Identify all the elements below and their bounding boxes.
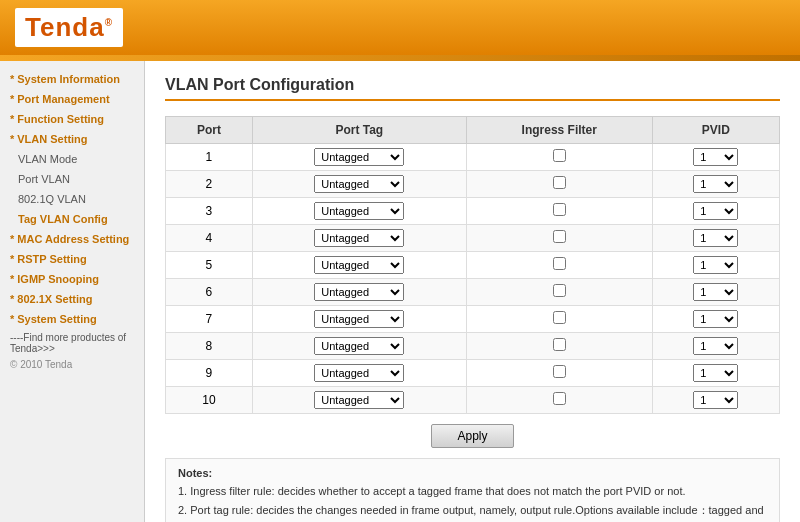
col-pvid: PVID xyxy=(652,117,779,144)
table-row: 5UntaggedTagged12345678 xyxy=(166,252,780,279)
cell-pvid: 12345678 xyxy=(652,225,779,252)
cell-pvid: 12345678 xyxy=(652,387,779,414)
sidebar-item-8021x[interactable]: *802.1X Setting xyxy=(0,289,144,309)
cell-port: 9 xyxy=(166,360,253,387)
sidebar-item-port-vlan[interactable]: Port VLAN xyxy=(0,169,144,189)
port-tag-select[interactable]: UntaggedTagged xyxy=(314,310,404,328)
cell-port-tag: UntaggedTagged xyxy=(252,279,466,306)
pvid-select[interactable]: 12345678 xyxy=(693,391,738,409)
sidebar-item-mac-addr[interactable]: *MAC Address Setting xyxy=(0,229,144,249)
notes-section: Notes: 1. Ingress filter rule: decides w… xyxy=(165,458,780,522)
ingress-filter-checkbox[interactable] xyxy=(553,284,566,297)
port-tag-select[interactable]: UntaggedTagged xyxy=(314,364,404,382)
cell-pvid: 12345678 xyxy=(652,279,779,306)
ingress-filter-checkbox[interactable] xyxy=(553,392,566,405)
pvid-select[interactable]: 12345678 xyxy=(693,310,738,328)
ingress-filter-checkbox[interactable] xyxy=(553,230,566,243)
table-row: 1UntaggedTagged12345678 xyxy=(166,144,780,171)
cell-pvid: 12345678 xyxy=(652,171,779,198)
sidebar-item-igmp[interactable]: *IGMP Snooping xyxy=(0,269,144,289)
cell-port-tag: UntaggedTagged xyxy=(252,387,466,414)
cell-port-tag: UntaggedTagged xyxy=(252,171,466,198)
cell-ingress-filter xyxy=(466,306,652,333)
port-tag-select[interactable]: UntaggedTagged xyxy=(314,256,404,274)
cell-ingress-filter xyxy=(466,279,652,306)
ingress-filter-checkbox[interactable] xyxy=(553,311,566,324)
cell-pvid: 12345678 xyxy=(652,360,779,387)
cell-port-tag: UntaggedTagged xyxy=(252,144,466,171)
cell-port-tag: UntaggedTagged xyxy=(252,252,466,279)
sidebar-item-system-setting[interactable]: *System Setting xyxy=(0,309,144,329)
cell-port: 3 xyxy=(166,198,253,225)
cell-port: 2 xyxy=(166,171,253,198)
sidebar-item-find-more[interactable]: ----Find more productes of Tenda>>> xyxy=(0,329,144,357)
cell-port: 5 xyxy=(166,252,253,279)
sidebar-item-function-setting[interactable]: *Function Setting xyxy=(0,109,144,129)
cell-ingress-filter xyxy=(466,387,652,414)
port-tag-select[interactable]: UntaggedTagged xyxy=(314,148,404,166)
sidebar-item-system-info[interactable]: *System Information xyxy=(0,69,144,89)
logo-text: Tenda® xyxy=(25,12,113,42)
table-row: 10UntaggedTagged12345678 xyxy=(166,387,780,414)
note-1: 1. Ingress filter rule: decides whether … xyxy=(178,483,767,500)
port-tag-select[interactable]: UntaggedTagged xyxy=(314,175,404,193)
header: Tenda® xyxy=(0,0,800,55)
port-tag-select[interactable]: UntaggedTagged xyxy=(314,202,404,220)
port-tag-select[interactable]: UntaggedTagged xyxy=(314,391,404,409)
sidebar-item-vlan-mode[interactable]: VLAN Mode xyxy=(0,149,144,169)
cell-ingress-filter xyxy=(466,360,652,387)
cell-port-tag: UntaggedTagged xyxy=(252,225,466,252)
ingress-filter-checkbox[interactable] xyxy=(553,365,566,378)
cell-port-tag: UntaggedTagged xyxy=(252,198,466,225)
table-row: 3UntaggedTagged12345678 xyxy=(166,198,780,225)
port-tag-select[interactable]: UntaggedTagged xyxy=(314,337,404,355)
table-row: 9UntaggedTagged12345678 xyxy=(166,360,780,387)
pvid-select[interactable]: 12345678 xyxy=(693,148,738,166)
cell-pvid: 12345678 xyxy=(652,252,779,279)
pvid-select[interactable]: 12345678 xyxy=(693,175,738,193)
layout: *System Information *Port Management *Fu… xyxy=(0,61,800,522)
col-port-tag: Port Tag xyxy=(252,117,466,144)
notes-title: Notes: xyxy=(178,467,767,479)
table-row: 6UntaggedTagged12345678 xyxy=(166,279,780,306)
table-row: 7UntaggedTagged12345678 xyxy=(166,306,780,333)
cell-pvid: 12345678 xyxy=(652,333,779,360)
ingress-filter-checkbox[interactable] xyxy=(553,176,566,189)
sidebar-item-vlan-setting[interactable]: *VLAN Setting xyxy=(0,129,144,149)
cell-port: 4 xyxy=(166,225,253,252)
logo-box: Tenda® xyxy=(15,8,123,47)
port-tag-select[interactable]: UntaggedTagged xyxy=(314,229,404,247)
cell-port: 6 xyxy=(166,279,253,306)
table-row: 4UntaggedTagged12345678 xyxy=(166,225,780,252)
ingress-filter-checkbox[interactable] xyxy=(553,149,566,162)
pvid-select[interactable]: 12345678 xyxy=(693,229,738,247)
page-title: VLAN Port Configuration xyxy=(165,76,780,101)
ingress-filter-checkbox[interactable] xyxy=(553,338,566,351)
pvid-select[interactable]: 12345678 xyxy=(693,202,738,220)
col-port: Port xyxy=(166,117,253,144)
cell-ingress-filter xyxy=(466,171,652,198)
sidebar-item-8021q-vlan[interactable]: 802.1Q VLAN xyxy=(0,189,144,209)
sidebar-item-port-mgmt[interactable]: *Port Management xyxy=(0,89,144,109)
main-content: VLAN Port Configuration Port Port Tag In… xyxy=(145,61,800,522)
sidebar: *System Information *Port Management *Fu… xyxy=(0,61,145,522)
ingress-filter-checkbox[interactable] xyxy=(553,203,566,216)
pvid-select[interactable]: 12345678 xyxy=(693,337,738,355)
cell-ingress-filter xyxy=(466,144,652,171)
vlan-table: Port Port Tag Ingress Filter PVID 1Untag… xyxy=(165,116,780,414)
cell-port: 7 xyxy=(166,306,253,333)
cell-pvid: 12345678 xyxy=(652,144,779,171)
port-tag-select[interactable]: UntaggedTagged xyxy=(314,283,404,301)
cell-ingress-filter xyxy=(466,252,652,279)
cell-ingress-filter xyxy=(466,333,652,360)
pvid-select[interactable]: 12345678 xyxy=(693,364,738,382)
table-row: 2UntaggedTagged12345678 xyxy=(166,171,780,198)
ingress-filter-checkbox[interactable] xyxy=(553,257,566,270)
sidebar-item-rstp[interactable]: *RSTP Setting xyxy=(0,249,144,269)
sidebar-item-tag-vlan-config[interactable]: Tag VLAN Config xyxy=(0,209,144,229)
pvid-select[interactable]: 12345678 xyxy=(693,256,738,274)
table-row: 8UntaggedTagged12345678 xyxy=(166,333,780,360)
cell-pvid: 12345678 xyxy=(652,198,779,225)
apply-button[interactable]: Apply xyxy=(431,424,513,448)
pvid-select[interactable]: 12345678 xyxy=(693,283,738,301)
